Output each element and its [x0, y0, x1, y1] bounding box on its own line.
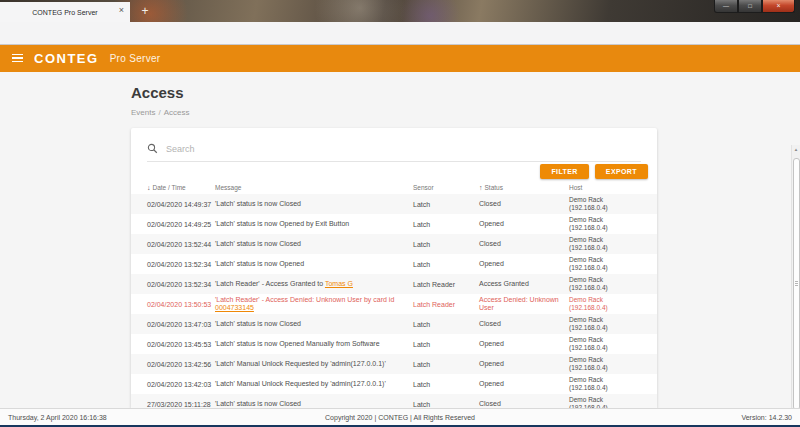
tab-title: CONTEG Pro Server: [32, 9, 97, 16]
cell-date-time: 02/04/2020 13:42:56: [147, 361, 213, 368]
cell-host: Demo Rack(192.168.0.4): [569, 276, 649, 292]
breadcrumb-events[interactable]: Events: [131, 108, 155, 117]
cell-message: 'Latch Reader' - Access Granted to Tomas…: [215, 280, 411, 288]
cell-message: 'Latch' Manual Unlock Requested by 'admi…: [215, 360, 411, 368]
table-actions: FILTER EXPORT: [540, 164, 648, 179]
window-controls: — □ ×: [714, 0, 795, 13]
cell-status: Opened: [479, 360, 567, 368]
cell-message: 'Latch' status is now Closed: [215, 200, 411, 208]
app-menu-icon[interactable]: [12, 54, 23, 63]
thumb-grip: [795, 281, 799, 287]
table-row: 02/04/2020 13:52:44'Latch' status is now…: [131, 234, 657, 254]
events-card: FILTER EXPORT ↓Date / Time Message Senso…: [131, 128, 657, 409]
cell-host: Demo Rack(192.168.0.4): [569, 356, 649, 372]
table-row: 02/04/2020 13:52:34'Latch' status is now…: [131, 254, 657, 274]
conteg-logo: CONTEG: [34, 51, 99, 67]
statusbar-version: Version: 14.2.30: [741, 414, 792, 421]
message-link[interactable]: Tomas G: [325, 280, 353, 287]
cell-host: Demo Rack(192.168.0.4): [569, 256, 649, 272]
export-button[interactable]: EXPORT: [595, 164, 648, 179]
cell-date-time: 02/04/2020 13:52:44: [147, 241, 213, 248]
window-minimize-button[interactable]: —: [714, 0, 738, 13]
cell-sensor: Latch: [413, 221, 477, 228]
cell-status: Opened: [479, 340, 567, 348]
cell-status: Access Granted: [479, 280, 567, 288]
cell-message: 'Latch' status is now Closed: [215, 320, 411, 328]
cell-sensor: Latch Reader: [413, 301, 477, 308]
cell-sensor: Latch: [413, 241, 477, 248]
breadcrumb-separator: /: [158, 108, 160, 117]
scroll-up-icon[interactable]: ▲: [792, 147, 800, 152]
breadcrumb: Events/Access: [131, 108, 190, 117]
cell-status: Closed: [479, 320, 567, 328]
table-row: 02/04/2020 13:42:03'Latch' Manual Unlock…: [131, 374, 657, 394]
cell-sensor: Latch: [413, 401, 477, 408]
column-host[interactable]: Host: [569, 184, 649, 191]
window-close-button[interactable]: ×: [762, 0, 795, 13]
cell-status: Closed: [479, 240, 567, 248]
message-link[interactable]: 0004733145: [215, 304, 254, 311]
table-row: 02/04/2020 14:49:37'Latch' status is now…: [131, 194, 657, 214]
cell-date-time: 02/04/2020 13:47:03: [147, 321, 213, 328]
scrollbar-thumb[interactable]: [793, 158, 800, 410]
table-search-input[interactable]: [166, 144, 641, 154]
cell-date-time: 02/04/2020 13:45:53: [147, 341, 213, 348]
table-row: 27/03/2020 15:11:28'Latch' status is now…: [131, 394, 657, 409]
breadcrumb-access: Access: [164, 108, 190, 117]
page-title: Access: [131, 84, 184, 101]
cell-date-time: 02/04/2020 13:42:03: [147, 381, 213, 388]
table-row: 02/04/2020 13:52:34'Latch Reader' - Acce…: [131, 274, 657, 294]
filter-button[interactable]: FILTER: [540, 164, 588, 179]
cell-host: Demo Rack(192.168.0.4): [569, 216, 649, 232]
cell-status: Closed: [479, 400, 567, 408]
cell-sensor: Latch: [413, 261, 477, 268]
statusbar-datetime: Thursday, 2 April 2020 16:16:38: [8, 414, 107, 421]
table-row: 02/04/2020 13:45:53'Latch' status is now…: [131, 334, 657, 354]
cell-status: Closed: [479, 200, 567, 208]
app-statusbar: Thursday, 2 April 2020 16:16:38 Copyrigh…: [0, 408, 800, 425]
cell-sensor: Latch: [413, 321, 477, 328]
product-name: Pro Server: [110, 53, 161, 64]
cell-message: 'Latch' status is now Closed: [215, 400, 411, 408]
cell-status: Opened: [479, 380, 567, 388]
tab-close-icon[interactable]: ×: [119, 6, 124, 15]
sort-desc-icon: ↓: [147, 184, 151, 191]
cell-sensor: Latch: [413, 381, 477, 388]
cell-host: Demo Rack(192.168.0.4): [569, 236, 649, 252]
table-search[interactable]: [147, 136, 641, 162]
cell-sensor: Latch: [413, 201, 477, 208]
search-icon: [147, 143, 158, 154]
cell-status: Opened: [479, 260, 567, 268]
column-status[interactable]: ↑Status: [479, 184, 567, 191]
column-date-time[interactable]: ↓Date / Time: [147, 184, 213, 191]
column-message[interactable]: Message: [215, 184, 411, 191]
browser-toolbar: ← → 127.0.0.1:8080/app.html#/event/acces…: [0, 22, 800, 45]
cell-message: 'Latch' status is now Opened Manually fr…: [215, 340, 411, 348]
column-sensor[interactable]: Sensor: [413, 184, 477, 191]
app-header: CONTEG Pro Server: [0, 45, 800, 72]
cell-host: Demo Rack(192.168.0.4): [569, 336, 649, 352]
sort-asc-icon: ↑: [479, 184, 483, 191]
cell-date-time: 02/04/2020 14:49:25: [147, 221, 213, 228]
cell-host: Demo Rack(192.168.0.4): [569, 296, 649, 312]
cell-message: 'Latch' Manual Unlock Requested by 'admi…: [215, 380, 411, 388]
page-scrollbar[interactable]: ▲ ▼: [791, 145, 800, 427]
browser-titlebar: CONTEG Pro Server × + — □ ×: [0, 0, 800, 22]
page-content: Access Events/Access FILTER EXPORT ↓Date…: [0, 72, 800, 408]
new-tab-button[interactable]: +: [136, 2, 154, 21]
table-row: 02/04/2020 13:50:53'Latch Reader' - Acce…: [131, 294, 657, 314]
browser-tab[interactable]: CONTEG Pro Server ×: [0, 2, 130, 22]
statusbar-copyright: Copyright 2020 | CONTEG | All Rights Res…: [325, 414, 475, 421]
cell-date-time: 02/04/2020 13:52:34: [147, 261, 213, 268]
cell-date-time: 02/04/2020 13:50:53: [147, 301, 213, 308]
table-row: 02/04/2020 13:47:03'Latch' status is now…: [131, 314, 657, 334]
cell-message: 'Latch' status is now Opened: [215, 260, 411, 268]
window-maximize-button[interactable]: □: [738, 0, 762, 13]
cell-sensor: Latch: [413, 361, 477, 368]
cell-message: 'Latch' status is now Closed: [215, 240, 411, 248]
table-header: ↓Date / Time Message Sensor ↑Status Host: [131, 180, 657, 194]
cell-host: Demo Rack(192.168.0.4): [569, 196, 649, 212]
cell-message: 'Latch Reader' - Access Denied: Unknown …: [215, 296, 411, 312]
table-row: 02/04/2020 13:42:56'Latch' Manual Unlock…: [131, 354, 657, 374]
cell-host: Demo Rack(192.168.0.4): [569, 376, 649, 392]
